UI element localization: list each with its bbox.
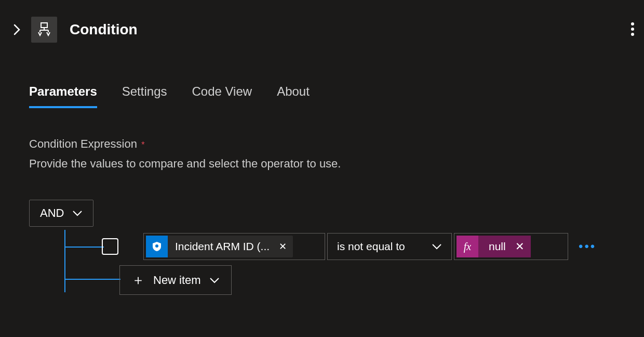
left-value-input[interactable]: Incident ARM ID (... ✕ bbox=[143, 233, 325, 260]
svg-point-8 bbox=[155, 244, 158, 248]
connector-line bbox=[64, 230, 65, 292]
row-checkbox[interactable] bbox=[102, 238, 118, 255]
helper-text: Provide the values to compare and select… bbox=[29, 157, 615, 171]
condition-icon bbox=[31, 17, 57, 43]
condition-row: Incident ARM ID (... ✕ is not equal to f… bbox=[102, 233, 596, 260]
row-more-icon[interactable]: ••• bbox=[579, 239, 596, 254]
svg-point-6 bbox=[631, 28, 634, 31]
tab-settings[interactable]: Settings bbox=[122, 84, 167, 108]
remove-fx-icon[interactable]: ✕ bbox=[513, 236, 531, 257]
new-item-label: New item bbox=[153, 274, 201, 287]
required-indicator: * bbox=[141, 140, 144, 149]
svg-point-7 bbox=[631, 33, 634, 36]
panel-title: Condition bbox=[70, 21, 138, 38]
operator-dropdown[interactable]: is not equal to bbox=[327, 233, 452, 260]
svg-rect-0 bbox=[41, 23, 47, 28]
right-value-input[interactable]: fx null ✕ bbox=[454, 233, 568, 260]
chevron-down-icon bbox=[72, 210, 83, 216]
more-menu-icon[interactable] bbox=[630, 21, 635, 40]
tab-about[interactable]: About bbox=[277, 84, 310, 108]
operator-label: is not equal to bbox=[337, 240, 405, 253]
fx-icon: fx bbox=[457, 236, 478, 257]
fx-value: null bbox=[478, 236, 513, 257]
chevron-down-icon bbox=[209, 277, 220, 283]
collapse-chevron-icon[interactable] bbox=[10, 23, 23, 36]
tab-parameters[interactable]: Parameters bbox=[29, 84, 97, 108]
remove-token-icon[interactable]: ✕ bbox=[277, 241, 293, 252]
tab-code-view[interactable]: Code View bbox=[192, 84, 252, 108]
connector-line bbox=[64, 279, 120, 280]
field-label: Condition Expression bbox=[29, 137, 137, 150]
svg-point-5 bbox=[631, 22, 634, 25]
group-operator-label: AND bbox=[40, 206, 64, 220]
group-operator-dropdown[interactable]: AND bbox=[29, 200, 93, 227]
plus-icon: ＋ bbox=[131, 271, 145, 289]
shield-icon bbox=[146, 236, 168, 257]
token-label: Incident ARM ID (... bbox=[168, 240, 277, 253]
connector-line bbox=[64, 247, 104, 248]
new-item-button[interactable]: ＋ New item bbox=[119, 265, 232, 295]
chevron-down-icon bbox=[432, 243, 442, 250]
tab-bar: Parameters Settings Code View About bbox=[0, 84, 644, 108]
